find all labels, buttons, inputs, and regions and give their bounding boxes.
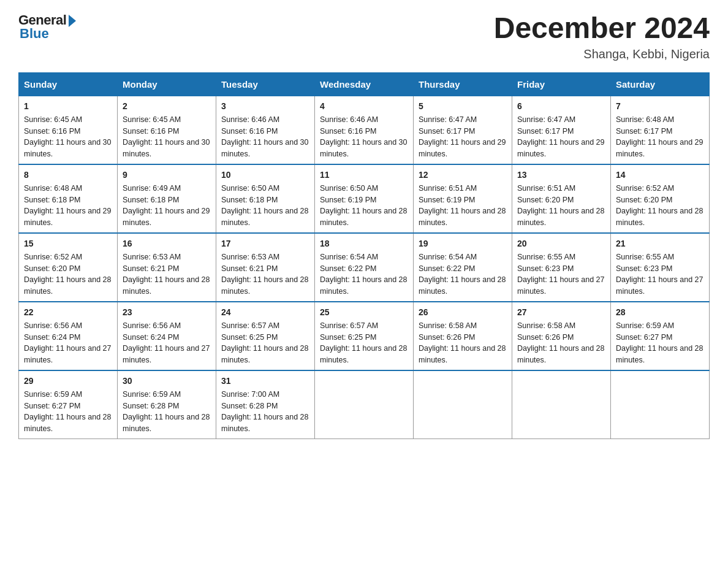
day-number: 3 — [221, 100, 309, 113]
day-cell: 26 Sunrise: 6:58 AMSunset: 6:26 PMDaylig… — [414, 302, 512, 370]
weekday-header-tuesday: Tuesday — [216, 72, 315, 96]
day-cell: 24 Sunrise: 6:57 AMSunset: 6:25 PMDaylig… — [216, 302, 315, 370]
day-info: Sunrise: 6:46 AMSunset: 6:16 PMDaylight:… — [320, 114, 408, 160]
day-number: 15 — [24, 237, 112, 250]
day-cell — [512, 370, 611, 439]
day-number: 29 — [24, 375, 112, 388]
day-cell: 9 Sunrise: 6:49 AMSunset: 6:18 PMDayligh… — [118, 164, 216, 233]
day-number: 25 — [320, 306, 408, 319]
day-info: Sunrise: 6:51 AMSunset: 6:20 PMDaylight:… — [517, 183, 605, 229]
day-cell: 6 Sunrise: 6:47 AMSunset: 6:17 PMDayligh… — [512, 96, 611, 164]
logo-blue-text: Blue — [20, 26, 49, 42]
week-row-3: 15 Sunrise: 6:52 AMSunset: 6:20 PMDaylig… — [19, 233, 710, 302]
day-number: 8 — [24, 169, 112, 182]
weekday-header-wednesday: Wednesday — [315, 72, 414, 96]
day-number: 6 — [517, 100, 605, 113]
day-number: 22 — [24, 306, 112, 319]
week-row-5: 29 Sunrise: 6:59 AMSunset: 6:27 PMDaylig… — [19, 370, 710, 439]
day-number: 1 — [24, 100, 112, 113]
day-cell: 5 Sunrise: 6:47 AMSunset: 6:17 PMDayligh… — [414, 96, 512, 164]
day-info: Sunrise: 6:47 AMSunset: 6:17 PMDaylight:… — [517, 114, 605, 160]
location-title: Shanga, Kebbi, Nigeria — [494, 47, 710, 61]
logo: General Blue — [18, 12, 76, 42]
day-cell: 31 Sunrise: 7:00 AMSunset: 6:28 PMDaylig… — [216, 370, 315, 439]
day-cell: 7 Sunrise: 6:48 AMSunset: 6:17 PMDayligh… — [611, 96, 710, 164]
day-number: 17 — [221, 237, 309, 250]
day-cell: 20 Sunrise: 6:55 AMSunset: 6:23 PMDaylig… — [512, 233, 611, 302]
day-info: Sunrise: 6:48 AMSunset: 6:17 PMDaylight:… — [616, 114, 704, 160]
day-info: Sunrise: 6:55 AMSunset: 6:23 PMDaylight:… — [616, 251, 704, 297]
day-info: Sunrise: 6:59 AMSunset: 6:27 PMDaylight:… — [616, 320, 704, 366]
day-info: Sunrise: 6:56 AMSunset: 6:24 PMDaylight:… — [123, 320, 211, 366]
day-number: 13 — [517, 169, 605, 182]
logo-triangle-icon — [69, 15, 76, 27]
day-info: Sunrise: 6:59 AMSunset: 6:27 PMDaylight:… — [24, 389, 112, 435]
day-cell: 18 Sunrise: 6:54 AMSunset: 6:22 PMDaylig… — [315, 233, 414, 302]
day-number: 7 — [616, 100, 704, 113]
day-number: 24 — [221, 306, 309, 319]
day-cell — [414, 370, 512, 439]
day-info: Sunrise: 6:47 AMSunset: 6:17 PMDaylight:… — [419, 114, 507, 160]
day-info: Sunrise: 6:54 AMSunset: 6:22 PMDaylight:… — [320, 251, 408, 297]
day-cell: 11 Sunrise: 6:50 AMSunset: 6:19 PMDaylig… — [315, 164, 414, 233]
day-cell: 12 Sunrise: 6:51 AMSunset: 6:19 PMDaylig… — [414, 164, 512, 233]
weekday-header-saturday: Saturday — [611, 72, 710, 96]
day-number: 12 — [419, 169, 507, 182]
day-number: 20 — [517, 237, 605, 250]
title-block: December 2024 Shanga, Kebbi, Nigeria — [494, 12, 710, 61]
day-number: 26 — [419, 306, 507, 319]
day-cell: 16 Sunrise: 6:53 AMSunset: 6:21 PMDaylig… — [118, 233, 216, 302]
day-number: 23 — [123, 306, 211, 319]
day-info: Sunrise: 6:56 AMSunset: 6:24 PMDaylight:… — [24, 320, 112, 366]
day-cell: 4 Sunrise: 6:46 AMSunset: 6:16 PMDayligh… — [315, 96, 414, 164]
day-cell: 2 Sunrise: 6:45 AMSunset: 6:16 PMDayligh… — [118, 96, 216, 164]
day-number: 21 — [616, 237, 704, 250]
day-cell: 25 Sunrise: 6:57 AMSunset: 6:25 PMDaylig… — [315, 302, 414, 370]
day-cell: 3 Sunrise: 6:46 AMSunset: 6:16 PMDayligh… — [216, 96, 315, 164]
day-info: Sunrise: 6:57 AMSunset: 6:25 PMDaylight:… — [320, 320, 408, 366]
day-info: Sunrise: 6:48 AMSunset: 6:18 PMDaylight:… — [24, 183, 112, 229]
day-number: 2 — [123, 100, 211, 113]
day-info: Sunrise: 6:55 AMSunset: 6:23 PMDaylight:… — [517, 251, 605, 297]
day-info: Sunrise: 6:49 AMSunset: 6:18 PMDaylight:… — [123, 183, 211, 229]
weekday-header-thursday: Thursday — [414, 72, 512, 96]
weekday-header-monday: Monday — [118, 72, 216, 96]
day-info: Sunrise: 6:50 AMSunset: 6:19 PMDaylight:… — [320, 183, 408, 229]
day-info: Sunrise: 6:45 AMSunset: 6:16 PMDaylight:… — [123, 114, 211, 160]
day-number: 27 — [517, 306, 605, 319]
day-cell — [315, 370, 414, 439]
day-info: Sunrise: 7:00 AMSunset: 6:28 PMDaylight:… — [221, 389, 309, 435]
day-cell: 8 Sunrise: 6:48 AMSunset: 6:18 PMDayligh… — [19, 164, 118, 233]
week-row-1: 1 Sunrise: 6:45 AMSunset: 6:16 PMDayligh… — [19, 96, 710, 164]
day-number: 16 — [123, 237, 211, 250]
weekday-header-row: SundayMondayTuesdayWednesdayThursdayFrid… — [19, 72, 710, 96]
weekday-header-sunday: Sunday — [19, 72, 118, 96]
day-cell: 28 Sunrise: 6:59 AMSunset: 6:27 PMDaylig… — [611, 302, 710, 370]
day-number: 9 — [123, 169, 211, 182]
day-cell: 22 Sunrise: 6:56 AMSunset: 6:24 PMDaylig… — [19, 302, 118, 370]
day-cell: 17 Sunrise: 6:53 AMSunset: 6:21 PMDaylig… — [216, 233, 315, 302]
day-number: 19 — [419, 237, 507, 250]
week-row-2: 8 Sunrise: 6:48 AMSunset: 6:18 PMDayligh… — [19, 164, 710, 233]
day-info: Sunrise: 6:51 AMSunset: 6:19 PMDaylight:… — [419, 183, 507, 229]
day-info: Sunrise: 6:46 AMSunset: 6:16 PMDaylight:… — [221, 114, 309, 160]
day-number: 18 — [320, 237, 408, 250]
day-cell: 14 Sunrise: 6:52 AMSunset: 6:20 PMDaylig… — [611, 164, 710, 233]
day-cell: 30 Sunrise: 6:59 AMSunset: 6:28 PMDaylig… — [118, 370, 216, 439]
day-number: 4 — [320, 100, 408, 113]
day-cell: 13 Sunrise: 6:51 AMSunset: 6:20 PMDaylig… — [512, 164, 611, 233]
day-cell: 10 Sunrise: 6:50 AMSunset: 6:18 PMDaylig… — [216, 164, 315, 233]
day-cell: 15 Sunrise: 6:52 AMSunset: 6:20 PMDaylig… — [19, 233, 118, 302]
day-cell: 27 Sunrise: 6:58 AMSunset: 6:26 PMDaylig… — [512, 302, 611, 370]
day-info: Sunrise: 6:57 AMSunset: 6:25 PMDaylight:… — [221, 320, 309, 366]
day-number: 10 — [221, 169, 309, 182]
day-info: Sunrise: 6:45 AMSunset: 6:16 PMDaylight:… — [24, 114, 112, 160]
day-number: 11 — [320, 169, 408, 182]
month-title: December 2024 — [494, 12, 710, 45]
day-info: Sunrise: 6:53 AMSunset: 6:21 PMDaylight:… — [221, 251, 309, 297]
calendar-table: SundayMondayTuesdayWednesdayThursdayFrid… — [18, 72, 710, 439]
day-cell: 19 Sunrise: 6:54 AMSunset: 6:22 PMDaylig… — [414, 233, 512, 302]
day-number: 5 — [419, 100, 507, 113]
day-number: 14 — [616, 169, 704, 182]
day-info: Sunrise: 6:52 AMSunset: 6:20 PMDaylight:… — [616, 183, 704, 229]
